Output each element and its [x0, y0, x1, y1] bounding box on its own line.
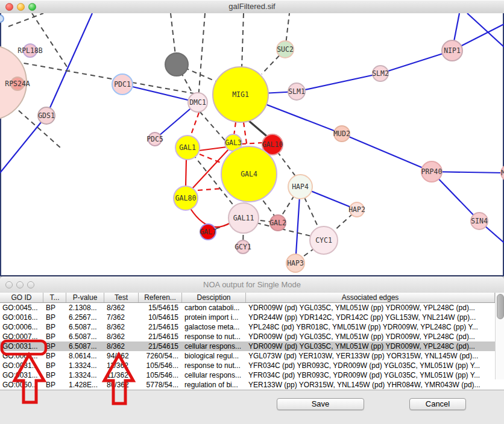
table-cell[interactable]: 6.2567...	[66, 313, 104, 322]
table-row[interactable]: GO:0050...BP1.428E...80/3625778/54...reg…	[0, 380, 504, 390]
table-cell[interactable]: 7260/54...	[139, 351, 182, 361]
table-row[interactable]: GO:0007...BP6.5087...8/36221/54615respon…	[0, 332, 504, 341]
network-canvas[interactable]: RPL18BRPS24APDC1GDS1PDC5DMC1SUC2MIG1SLM1…	[0, 13, 504, 276]
table-cell[interactable]: 6.5087...	[66, 341, 104, 351]
noa-window-titlebar[interactable]: NOA output for Single Mode	[0, 276, 504, 293]
scrollbar-thumb[interactable]	[497, 294, 504, 319]
table-row[interactable]: GO:0031...BP1.3324...11/362105/546...cel…	[0, 370, 504, 380]
column-header-test[interactable]: Test	[104, 293, 139, 302]
table-row[interactable]: GO:0031...BP1.3324...11/362105/546...res…	[0, 361, 504, 370]
table-cell[interactable]: YGL073W (pd) YER103W, YER133W (pp) YOR31…	[246, 351, 495, 361]
table-cell[interactable]: GO:0050...	[0, 380, 43, 390]
table-cell[interactable]: YDR009W (pd) YGL035C, YML051W (pp) YDR00…	[246, 332, 495, 341]
table-cell[interactable]: YFR034C (pd) YBR093C, YDR009W (pd) YGL03…	[246, 370, 495, 380]
table-cell[interactable]: galactose meta...	[182, 322, 246, 332]
table-cell[interactable]: 11/362	[104, 370, 139, 380]
table-cell[interactable]: BP	[43, 322, 66, 332]
table-cell[interactable]: GO:0007...	[0, 332, 43, 341]
table-cell[interactable]: 7/362	[104, 313, 139, 322]
table-cell[interactable]: 80/362	[104, 380, 139, 390]
table-cell[interactable]: 1.3324...	[66, 370, 104, 380]
table-cell[interactable]: response to nut...	[182, 332, 246, 341]
table-cell[interactable]: cellular respons...	[182, 370, 246, 380]
node-unlabeled-gray[interactable]	[165, 53, 188, 76]
network-edge	[380, 51, 452, 73]
node-label-GAL4: GAL4	[241, 170, 257, 178]
table-cell[interactable]: 1.3324...	[66, 361, 104, 370]
node-label-PDC5: PDC5	[146, 135, 163, 143]
table-cell[interactable]: GO:0016...	[0, 313, 43, 322]
table-cell[interactable]: GO:0045...	[0, 303, 43, 313]
table-cell[interactable]: response to nut...	[182, 361, 246, 370]
table-cell[interactable]: 21/54615	[139, 332, 182, 341]
column-header-associated-edges[interactable]: Associated edges	[246, 293, 495, 302]
table-cell[interactable]: 8.0614...	[66, 351, 104, 361]
table-cell[interactable]: BP	[43, 380, 66, 390]
table-cell[interactable]: YDR244W (pp) YDR142C, YDR142C (pp) YGL15…	[246, 313, 495, 322]
table-cell[interactable]: regulation of bi...	[182, 380, 246, 390]
table-cell[interactable]: BP	[43, 370, 66, 380]
table-cell[interactable]: GO:0031...	[0, 361, 43, 370]
table-cell[interactable]: 11/362	[104, 361, 139, 370]
table-cell[interactable]: BP	[43, 313, 66, 322]
table-cell[interactable]: 1.428E...	[66, 380, 104, 390]
network-edge	[281, 196, 294, 217]
node-label-CYC1: CYC1	[315, 236, 332, 245]
table-cell[interactable]: YFR034C (pd) YBR093C, YDR009W (pd) YGL03…	[246, 361, 495, 370]
column-header-referen[interactable]: Referen...	[139, 293, 182, 302]
node-label-GAL80: GAL80	[175, 194, 197, 202]
table-cell[interactable]: 2.1308...	[66, 303, 104, 313]
node-label-MIG1: MIG1	[232, 90, 249, 99]
table-cell[interactable]: 8/362	[104, 322, 139, 332]
column-header-t[interactable]: T...	[43, 293, 66, 302]
table-row[interactable]: GO:0006...BP6.5087...8/36221/54615galact…	[0, 322, 504, 332]
table-row[interactable]: GO:0065...BP8.0614...94/3627260/54...bio…	[0, 351, 504, 361]
column-header-p-value[interactable]: P-value	[66, 293, 104, 302]
table-cell[interactable]: 10/54615	[139, 313, 182, 322]
network-window-titlebar[interactable]: galFiltered.sif	[0, 0, 504, 14]
table-cell[interactable]: BP	[43, 332, 66, 341]
table-cell[interactable]: YDR009W (pd) YGL035C, YML051W (pp) YDR00…	[246, 341, 495, 351]
column-header-desciption[interactable]: Desciption	[182, 293, 246, 302]
table-row[interactable]: GO:0031...BP6.5087...8/36221/54615cellul…	[0, 341, 504, 351]
table-cell[interactable]: biological regul...	[182, 351, 246, 361]
table-cell[interactable]: 8/362	[104, 332, 139, 341]
table-cell[interactable]: 21/54615	[139, 341, 182, 351]
table-cell[interactable]: BP	[43, 303, 66, 313]
network-graph: RPL18BRPS24APDC1GDS1PDC5DMC1SUC2MIG1SLM1…	[0, 13, 504, 276]
table-cell[interactable]: BP	[43, 341, 66, 351]
table-cell[interactable]: GO:0006...	[0, 322, 43, 332]
column-header-go-id[interactable]: GO ID	[0, 293, 43, 302]
table-cell[interactable]: BP	[43, 361, 66, 370]
table-cell[interactable]: protein import i...	[182, 313, 246, 322]
table-body: GO:0045...BP2.1308...8/36215/54615carbon…	[0, 303, 504, 390]
table-cell[interactable]: cellular respons...	[182, 341, 246, 351]
table-cell[interactable]: 105/546...	[139, 361, 182, 370]
network-edge	[467, 13, 504, 47]
table-cell[interactable]: GO:0031...	[0, 341, 43, 351]
save-button[interactable]: Save	[277, 398, 364, 410]
table-cell[interactable]: 105/546...	[139, 370, 182, 380]
table-cell[interactable]: 8/362	[104, 341, 139, 351]
table-row[interactable]: GO:0045...BP2.1308...8/36215/54615carbon…	[0, 303, 504, 313]
table-cell[interactable]: GO:0065...	[0, 351, 43, 361]
table-cell[interactable]: 21/54615	[139, 322, 182, 332]
table-cell[interactable]: 8/362	[104, 303, 139, 313]
table-cell[interactable]: 6.5087...	[66, 322, 104, 332]
table-cell[interactable]: BP	[43, 351, 66, 361]
table-cell[interactable]: YDR009W (pd) YGL035C, YML051W (pp) YDR00…	[246, 303, 495, 313]
cancel-button[interactable]: Cancel	[409, 398, 466, 410]
table-cell[interactable]: 6.5087...	[66, 332, 104, 341]
table-row[interactable]: GO:0016...BP6.2567...7/36210/54615protei…	[0, 313, 504, 322]
table-cell[interactable]: YPL248C (pd) YBR018C, YML051W (pp) YDR00…	[246, 322, 495, 332]
table-cell[interactable]: 5778/54...	[139, 380, 182, 390]
table-cell[interactable]: YER133W (pp) YOR315W, YNL145W (pd) YHR08…	[246, 380, 495, 390]
node-label-GAL11: GAL11	[233, 214, 254, 222]
node-edge-clipped[interactable]	[0, 15, 4, 22]
table-cell[interactable]: 94/362	[104, 351, 139, 361]
vertical-scrollbar[interactable]	[495, 293, 504, 379]
network-edge	[198, 13, 205, 98]
table-cell[interactable]: GO:0031...	[0, 370, 43, 380]
table-cell[interactable]: carbon cataboli...	[182, 303, 246, 313]
table-cell[interactable]: 15/54615	[139, 303, 182, 313]
